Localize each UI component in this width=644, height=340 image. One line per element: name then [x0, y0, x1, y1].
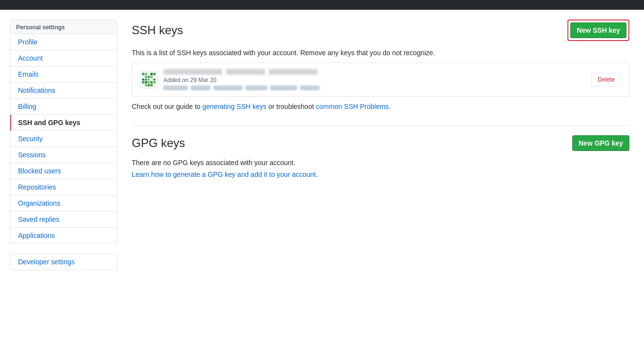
pixel — [153, 84, 156, 86]
pixel — [150, 76, 153, 78]
new-ssh-button-highlight: New SSH key — [567, 20, 629, 41]
pixel — [148, 73, 150, 75]
pixel — [148, 79, 150, 81]
section-divider — [132, 125, 629, 126]
pixel — [145, 73, 147, 75]
fingerprint-block-6 — [300, 85, 320, 90]
fingerprint-block-1 — [163, 85, 188, 90]
sidebar-section-title: Personal settings — [10, 20, 117, 34]
generating-ssh-keys-link[interactable]: generating SSH keys — [202, 103, 267, 110]
pixel — [145, 79, 147, 81]
sidebar-nav: Profile Account Emails Notifications Bil… — [10, 34, 117, 244]
new-ssh-key-button[interactable]: New SSH key — [570, 22, 626, 38]
ssh-section-title: SSH keys — [132, 23, 183, 37]
key-extra-blurred — [269, 69, 318, 75]
key-name-blurred — [163, 69, 222, 75]
pixel — [153, 79, 156, 81]
gpg-empty-text: There are no GPG keys associated with yo… — [132, 159, 629, 167]
pixel — [142, 76, 144, 78]
gpg-section-title: GPG keys — [132, 136, 185, 150]
delete-ssh-key-button[interactable]: Delete — [591, 73, 621, 86]
ssh-keys-list: Added on 29 Mar 20 Delete — [132, 63, 629, 97]
help-text-prefix: Check out our guide to — [132, 103, 202, 110]
key-added-date: Added on 29 Mar 20 — [163, 77, 585, 84]
ssh-help-text: Check out our guide to generating SSH ke… — [132, 103, 629, 110]
sidebar-item-blocked-users[interactable]: Blocked users — [10, 163, 117, 179]
pixel — [148, 81, 150, 84]
sidebar-item-sessions[interactable]: Sessions — [10, 147, 117, 163]
pixel — [150, 84, 153, 86]
pixel — [142, 79, 144, 81]
top-navigation-bar — [0, 0, 644, 10]
main-content: SSH keys New SSH key This is a list of S… — [127, 20, 634, 330]
pixel — [148, 84, 150, 86]
key-details: Added on 29 Mar 20 — [163, 69, 585, 90]
fingerprint-block-3 — [213, 85, 242, 90]
key-type-blurred — [226, 69, 265, 75]
ssh-key-item: Added on 29 Mar 20 Delete — [132, 63, 629, 96]
pixel — [153, 76, 156, 78]
sidebar-item-applications[interactable]: Applications — [10, 228, 117, 243]
pixel — [142, 84, 144, 86]
sidebar-item-emails[interactable]: Emails — [10, 66, 117, 83]
ssh-section-header: SSH keys New SSH key — [132, 20, 629, 41]
pixel — [153, 73, 156, 75]
fingerprint-block-5 — [270, 85, 297, 90]
gpg-section-header: GPG keys New GPG key — [132, 135, 629, 151]
pixel — [145, 84, 147, 86]
sidebar: Personal settings Profile Account Emails… — [10, 20, 117, 330]
key-fingerprint-row — [163, 85, 585, 90]
gpg-keys-section: GPG keys New GPG key There are no GPG ke… — [132, 135, 629, 178]
fingerprint-block-4 — [245, 85, 267, 90]
gpg-empty-text-content: There are no GPG keys associated with yo… — [132, 159, 295, 167]
ssh-keys-section: SSH keys New SSH key This is a list of S… — [132, 20, 629, 110]
sidebar-item-ssh-gpg-keys[interactable]: SSH and GPG keys — [10, 115, 117, 131]
help-text-suffix: . — [389, 103, 391, 110]
gpg-learn-link[interactable]: Learn how to generate a GPG key and add … — [132, 170, 318, 178]
help-text-middle: or troubleshoot — [266, 103, 316, 110]
pixel — [148, 76, 150, 78]
sidebar-item-saved-replies[interactable]: Saved replies — [10, 212, 117, 228]
ssh-key-avatar — [140, 71, 158, 88]
key-name-row — [163, 69, 585, 75]
developer-settings-section: Developer settings — [10, 254, 117, 270]
sidebar-item-notifications[interactable]: Notifications — [10, 83, 117, 99]
pixel — [142, 73, 144, 75]
pixel — [153, 81, 156, 84]
ssh-description: This is a list of SSH keys associated wi… — [132, 49, 629, 57]
pixel — [145, 81, 147, 84]
pixel — [142, 81, 144, 84]
pixel — [150, 73, 153, 75]
sidebar-item-repositories[interactable]: Repositories — [10, 179, 117, 195]
sidebar-item-organizations[interactable]: Organizations — [10, 195, 117, 212]
key-avatar-pixel-grid — [142, 73, 156, 86]
sidebar-item-developer-settings[interactable]: Developer settings — [10, 254, 117, 270]
new-gpg-key-button[interactable]: New GPG key — [572, 135, 629, 151]
common-ssh-problems-link[interactable]: common SSH Problems — [316, 103, 388, 110]
sidebar-item-billing[interactable]: Billing — [10, 99, 117, 115]
pixel — [150, 79, 153, 81]
pixel — [150, 81, 153, 84]
pixel — [145, 76, 147, 78]
sidebar-item-security[interactable]: Security — [10, 131, 117, 147]
fingerprint-block-2 — [191, 85, 210, 90]
sidebar-item-account[interactable]: Account — [10, 50, 117, 66]
sidebar-item-profile[interactable]: Profile — [10, 34, 117, 50]
